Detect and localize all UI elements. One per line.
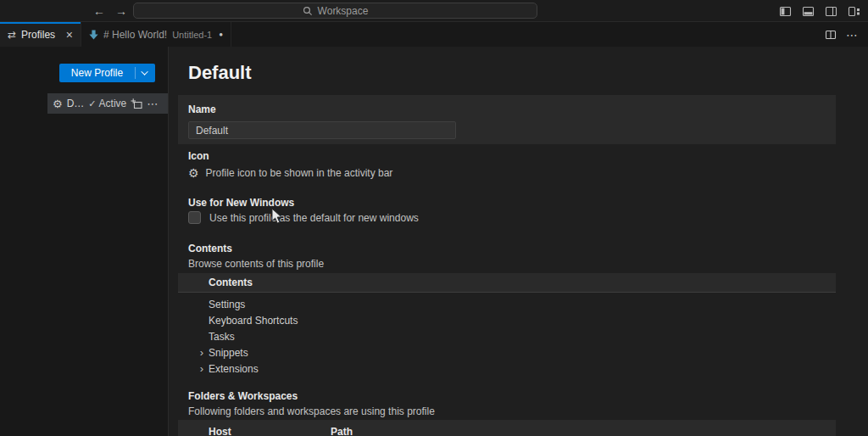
contents-row-tasks[interactable]: Tasks (178, 328, 836, 344)
column-header-path: Path (331, 426, 353, 436)
nav-forward-icon[interactable]: → (115, 4, 127, 18)
chevron-right-icon[interactable]: › (196, 362, 208, 375)
name-section: Name (178, 95, 836, 144)
new-profile-button[interactable]: New Profile (59, 64, 155, 82)
contents-row-extensions[interactable]: › Extensions (178, 361, 836, 377)
use-for-new-windows-checkbox[interactable] (188, 211, 201, 224)
active-badge: ✓ Active (88, 98, 126, 109)
new-profile-dropdown-button[interactable] (136, 64, 155, 82)
folders-section-label: Folders & Workspaces (188, 390, 298, 402)
markdown-file-icon (89, 30, 98, 40)
contents-row-settings[interactable]: Settings (178, 296, 836, 312)
tab-hello-world-label: # Hello World! (103, 29, 167, 41)
contents-description: Browse contents of this profile (188, 258, 324, 270)
chevron-right-icon[interactable]: › (196, 346, 208, 359)
use-for-new-windows-label: Use this profile as the default for new … (209, 212, 419, 224)
tab-profiles[interactable]: ⇄ Profiles × (0, 22, 81, 47)
more-actions-icon[interactable]: ⋯ (846, 28, 859, 42)
command-center-label: Workspace (318, 5, 369, 17)
tab-profiles-label: Profiles (21, 29, 55, 41)
folders-table-header: Host Path (178, 420, 836, 436)
contents-row-snippets[interactable]: › Snippets (178, 344, 836, 361)
profiles-sidebar: New Profile ⚙ D… ✓ Active ⋯ (0, 47, 169, 436)
editor-tab-bar: ⇄ Profiles × # Hello World! Untitled-1 ●… (0, 22, 868, 47)
gear-icon: ⚙ (53, 98, 63, 110)
icon-description: Profile icon to be shown in the activity… (206, 167, 393, 179)
tab-hello-world-description: Untitled-1 (172, 30, 212, 40)
nav-back-icon[interactable]: ← (93, 4, 105, 18)
profile-list-item-default[interactable]: ⚙ D… ✓ Active ⋯ (47, 93, 168, 114)
toggle-secondary-sidebar-icon[interactable] (825, 5, 837, 18)
search-icon (303, 6, 313, 16)
profile-name-input[interactable] (188, 121, 456, 139)
profiles-icon: ⇄ (8, 29, 16, 41)
modified-dot-icon[interactable]: ● (219, 31, 223, 38)
toggle-primary-sidebar-icon[interactable] (779, 5, 792, 18)
contents-row-keyboard-shortcuts[interactable]: Keyboard Shortcuts (178, 312, 836, 328)
use-for-new-windows-row: Use this profile as the default for new … (188, 211, 419, 224)
folders-description: Following folders and workspaces are usi… (188, 405, 435, 417)
name-label: Name (188, 103, 826, 115)
contents-table-header: Contents (178, 273, 836, 293)
new-profile-button-label[interactable]: New Profile (59, 64, 135, 82)
contents-section-label: Contents (188, 243, 232, 254)
customize-layout-icon[interactable] (848, 5, 860, 18)
chevron-down-icon (141, 68, 147, 75)
page-title: Default (188, 62, 252, 84)
profile-item-name: D… (67, 98, 85, 109)
active-badge-label: Active (99, 98, 127, 109)
profile-icon-gear[interactable]: ⚙ (188, 166, 199, 180)
command-center-search[interactable]: Workspace (133, 3, 537, 19)
close-tab-icon[interactable]: × (66, 29, 73, 41)
new-window-with-profile-icon[interactable] (131, 98, 142, 109)
contents-table: Contents Settings Keyboard Shortcuts Tas… (178, 273, 836, 377)
profile-more-actions-icon[interactable]: ⋯ (147, 98, 159, 110)
title-bar: ← → Workspace (0, 0, 868, 22)
check-icon: ✓ (88, 98, 96, 109)
toggle-panel-icon[interactable] (802, 5, 815, 18)
icon-picker[interactable]: ⚙ Profile icon to be shown in the activi… (188, 166, 392, 180)
column-header-host: Host (209, 426, 231, 436)
profile-editor: Default Name Icon ⚙ Profile icon to be s… (170, 47, 868, 436)
tab-hello-world[interactable]: # Hello World! Untitled-1 ● (81, 22, 231, 47)
icon-section-label: Icon (188, 150, 209, 162)
new-windows-section-label: Use for New Windows (188, 197, 294, 209)
split-editor-icon[interactable] (825, 29, 837, 41)
